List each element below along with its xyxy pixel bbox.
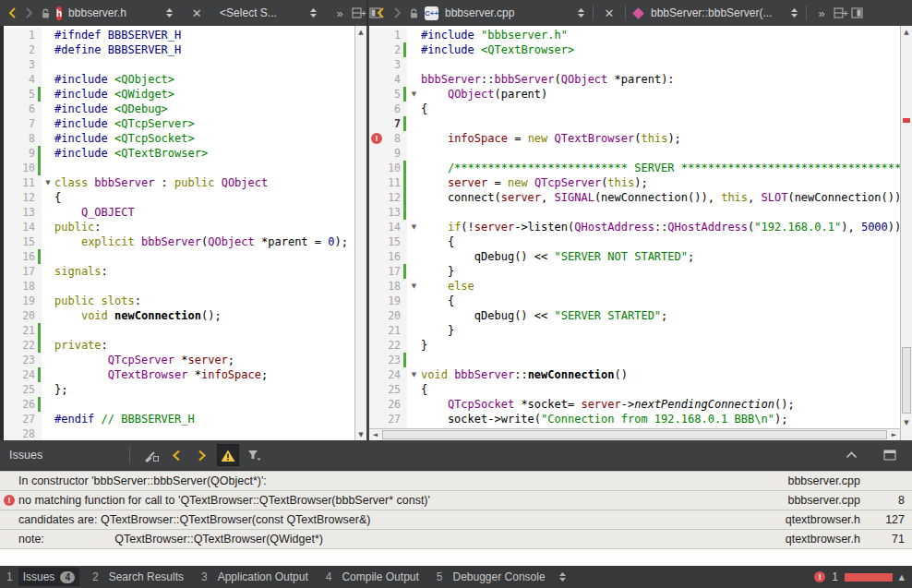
code-line[interactable]: 10 /************************** SERVER **…	[369, 161, 900, 175]
code-line[interactable]: 2#include <QTextBrowser>	[369, 42, 900, 57]
fold-marker-icon[interactable]: ▼	[407, 220, 421, 234]
back-icon[interactable]	[372, 3, 389, 23]
show-warnings-toggle[interactable]	[217, 444, 239, 466]
code-line[interactable]: 7	[369, 116, 900, 131]
code-line[interactable]: 26 QTcpSocket *socket= server->nextPendi…	[369, 397, 900, 412]
code-line[interactable]: 19public slots:	[4, 294, 354, 308]
code-line[interactable]: 9#include <QTextBrowser>	[4, 146, 354, 161]
scrollbar-thumb[interactable]	[902, 347, 911, 414]
code-line[interactable]: 27#endif // BBBSERVER_H	[4, 412, 354, 426]
code-line[interactable]: 8#include <QTcpSocket>	[4, 131, 354, 146]
forward-icon[interactable]	[20, 3, 37, 23]
code-line[interactable]: 23 QTcpServer *server;	[4, 353, 354, 367]
code-line[interactable]: 17signals:	[4, 264, 354, 279]
open-file-dropdown[interactable]: bbbserver.h	[65, 6, 161, 19]
back-icon[interactable]	[4, 3, 20, 23]
code-area-bbbserver-cpp[interactable]: 1#include "bbbserver.h"2#include <QTextB…	[369, 26, 900, 428]
code-line[interactable]: 12 connect(server, SIGNAL(newConnection(…	[369, 190, 900, 205]
code-line[interactable]: 16	[4, 249, 354, 264]
file-dropdown-spinner-icon[interactable]	[161, 3, 177, 23]
code-line[interactable]: 3	[4, 57, 354, 72]
symbol-dropdown-spinner-icon[interactable]	[786, 3, 802, 23]
code-line[interactable]: 7#include <QTcpServer>	[4, 116, 354, 131]
fold-marker-icon[interactable]: ▼	[407, 87, 421, 102]
code-line[interactable]: 6{	[369, 102, 900, 116]
issue-row[interactable]: note: QTextBrowser::QTextBrowser(QWidget…	[0, 530, 912, 549]
expand-progress-icon[interactable]: ▲	[899, 573, 905, 582]
scroll-up-icon[interactable]: ▲	[901, 26, 912, 38]
code-line[interactable]: 13 Q_OBJECT	[4, 205, 354, 220]
filter-issues-button[interactable]	[243, 444, 265, 466]
code-line[interactable]: 20 qDebug() << "SERVER STARTED";	[369, 308, 900, 323]
error-marker-icon[interactable]: !	[371, 133, 382, 144]
forward-icon[interactable]	[389, 3, 405, 23]
editor-pane-header-file[interactable]: 1#ifndef BBBSERVER_H2#define BBBSERVER_H…	[0, 26, 366, 440]
code-line[interactable]: 16 qDebug() << "SERVER NOT STARTED";	[369, 249, 900, 264]
file-dropdown-spinner-icon[interactable]	[572, 3, 589, 23]
code-line[interactable]: 5#include <QWidget>	[4, 87, 354, 102]
lock-icon[interactable]	[37, 3, 54, 23]
toolbar-overflow-icon[interactable]: »	[810, 3, 833, 23]
code-line[interactable]: 24 QTextBrowser *infoSpace;	[4, 367, 354, 382]
scroll-up-icon[interactable]: ▲	[355, 26, 366, 38]
clean-issues-button[interactable]	[139, 444, 162, 466]
code-line[interactable]: 6#include <QDebug>	[4, 102, 354, 116]
fold-marker-icon[interactable]: ▼	[407, 279, 421, 294]
code-line[interactable]: 25{	[369, 382, 900, 397]
output-pane-tab-application-output[interactable]: 3Application Output	[195, 566, 319, 588]
code-line[interactable]: 4#include <QObject>	[4, 72, 354, 87]
code-line[interactable]: 21	[4, 323, 354, 338]
collapse-panel-icon[interactable]	[840, 444, 862, 466]
vertical-scrollbar[interactable]: ▲ ▼	[900, 26, 912, 428]
code-line[interactable]: !8 infoSpace = new QTextBrowser(this);	[369, 131, 900, 146]
issue-row[interactable]: candidates are: QTextBrowser::QTextBrows…	[0, 510, 912, 530]
code-line[interactable]: 19 {	[369, 294, 900, 308]
fold-marker-icon[interactable]: ▼	[42, 175, 54, 190]
scroll-down-icon[interactable]: ▼	[355, 428, 366, 440]
code-line[interactable]: 4bbbServer::bbbServer(QObject *parent):	[369, 72, 900, 87]
close-document-icon[interactable]: ✕	[185, 3, 209, 23]
code-line[interactable]: 15 {	[369, 234, 900, 249]
code-line[interactable]: 5▼ QObject(parent)	[369, 87, 900, 102]
error-annotation-mark[interactable]	[903, 118, 910, 123]
code-line[interactable]: 10	[4, 161, 354, 175]
code-line[interactable]: 28	[4, 426, 354, 440]
issue-row[interactable]: !no matching function for call to 'QText…	[0, 491, 912, 510]
code-line[interactable]: 21 }	[369, 323, 900, 338]
vertical-scrollbar[interactable]: ▲ ▼	[354, 26, 366, 440]
scroll-right-icon[interactable]: ►	[888, 429, 900, 440]
code-line[interactable]: 9	[369, 146, 900, 161]
code-area-bbbserver-h[interactable]: 1#ifndef BBBSERVER_H2#define BBBSERVER_H…	[4, 26, 354, 440]
symbol-selector-dropdown[interactable]: bbbServer::bbbServer(...	[647, 6, 786, 19]
code-line[interactable]: 23	[369, 353, 900, 367]
split-editor-icon[interactable]	[351, 3, 367, 23]
issue-row[interactable]: In constructor 'bbbServer::bbbServer(QOb…	[0, 471, 912, 491]
fold-marker-icon[interactable]: ▼	[407, 367, 421, 382]
output-pane-tab-search-results[interactable]: 2Search Results	[86, 566, 195, 588]
scroll-down-icon[interactable]: ▼	[901, 416, 912, 428]
previous-issue-button[interactable]	[165, 444, 187, 466]
split-editor-icon[interactable]	[833, 3, 849, 23]
code-line[interactable]: 25};	[4, 382, 354, 397]
code-line[interactable]: 12{	[4, 190, 354, 205]
editor-pane-cpp-file[interactable]: 1#include "bbbserver.h"2#include <QTextB…	[366, 26, 912, 440]
code-line[interactable]: 26	[4, 397, 354, 412]
maximize-panel-icon[interactable]	[879, 444, 901, 466]
symbol-selector-dropdown[interactable]: <Select S...	[216, 6, 305, 19]
code-line[interactable]: 14public:	[4, 220, 354, 234]
output-pane-tab-compile-output[interactable]: 4Compile Output	[319, 566, 430, 588]
code-line[interactable]: 3	[369, 57, 900, 72]
next-issue-button[interactable]	[191, 444, 213, 466]
code-line[interactable]: 22private:	[4, 338, 354, 353]
code-line[interactable]: 22}	[369, 338, 900, 353]
code-line[interactable]: 18▼ else	[369, 279, 900, 294]
lock-icon[interactable]	[405, 3, 422, 23]
code-line[interactable]: 1#include "bbbserver.h"	[369, 28, 900, 42]
symbol-dropdown-spinner-icon[interactable]	[305, 3, 321, 23]
code-line[interactable]: 1#ifndef BBBSERVER_H	[4, 28, 354, 42]
code-line[interactable]: 13	[369, 205, 900, 220]
remove-split-icon[interactable]	[849, 3, 866, 23]
close-document-icon[interactable]: ✕	[597, 3, 621, 23]
code-line[interactable]: 18	[4, 279, 354, 294]
code-line[interactable]: 2#define BBBSERVER_H	[4, 42, 354, 57]
